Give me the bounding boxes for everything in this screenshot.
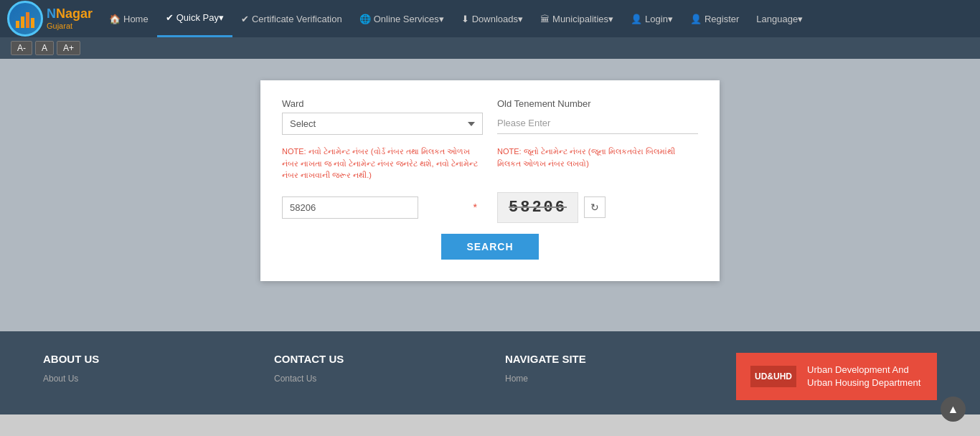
- new-tenement-group: *: [282, 196, 483, 219]
- nav-item-home[interactable]: 🏠Home: [100, 0, 157, 37]
- accessibility-bar: A- A A+: [0, 37, 980, 59]
- svg-rect-1: [21, 16, 24, 28]
- nav-item-quick-pay[interactable]: ✔Quick Pay ▾: [157, 0, 232, 37]
- svg-rect-0: [16, 21, 19, 28]
- ud-text: Urban Development And Urban Housing Depa…: [807, 364, 920, 389]
- contact-us-title: CONTACT US: [274, 353, 476, 365]
- logo-text: NNagar Gujarat: [47, 7, 93, 30]
- svg-rect-3: [31, 18, 34, 28]
- svg-rect-2: [26, 12, 29, 28]
- old-tenement-label: Old Tenement Number: [497, 98, 698, 109]
- nav-item-login[interactable]: 👤Login ▾: [622, 0, 682, 37]
- about-us-link[interactable]: About Us: [43, 374, 245, 384]
- download-icon: ⬇: [461, 14, 469, 24]
- footer: ABOUT US About Us CONTACT US Contact Us …: [0, 331, 980, 414]
- ward-group: Ward Select: [282, 98, 483, 135]
- logo[interactable]: NNagar Gujarat: [7, 1, 93, 37]
- old-tenement-group: Old Tenement Number: [497, 98, 698, 135]
- note-right: NOTE: જૂનો ટેનામેન્ટ નંબર (જૂના મિલકતવેર…: [497, 146, 698, 181]
- main-content: Ward Select Old Tenement Number NOTE: નવ…: [0, 59, 980, 331]
- navigate-site-home-link[interactable]: Home: [505, 374, 707, 384]
- required-asterisk: *: [473, 202, 477, 213]
- nav-menu: 🏠Home ✔Quick Pay ▾ ✔Certificate Verifica…: [100, 0, 973, 37]
- nav-item-language[interactable]: Language ▾: [748, 0, 811, 37]
- cert-icon: ✔: [241, 14, 249, 24]
- new-tenement-input[interactable]: [282, 196, 418, 219]
- navbar: NNagar Gujarat 🏠Home ✔Quick Pay ▾ ✔Certi…: [0, 0, 980, 37]
- font-normal-button[interactable]: A: [35, 41, 54, 55]
- municipality-icon: 🏛: [540, 14, 550, 24]
- form-card: Ward Select Old Tenement Number NOTE: નવ…: [260, 80, 720, 281]
- captcha-refresh-button[interactable]: ↻: [584, 196, 606, 218]
- contact-us-link[interactable]: Contact Us: [274, 374, 476, 384]
- ud-badge: UD&UHD: [750, 366, 796, 387]
- about-us-title: ABOUT US: [43, 353, 245, 365]
- captcha-image: 58206: [497, 192, 578, 223]
- footer-ud-block: UD&UHD Urban Development And Urban Housi…: [736, 353, 937, 400]
- captcha-group: 58206 ↻: [497, 192, 698, 223]
- note-left: NOTE: નવો ટેનામેન્ટ નંબર (વોર્ડ નંબર તથા…: [282, 146, 483, 181]
- nav-item-register[interactable]: 👤Register: [682, 0, 748, 37]
- search-button[interactable]: SEARCH: [441, 234, 538, 260]
- nav-item-online-services[interactable]: 🌐Online Services ▾: [351, 0, 453, 37]
- home-icon: 🏠: [109, 14, 121, 24]
- search-button-row: SEARCH: [282, 234, 698, 260]
- ward-tenement-row: Ward Select Old Tenement Number: [282, 98, 698, 135]
- footer-about-us: ABOUT US About Us: [43, 353, 245, 400]
- font-decrease-button[interactable]: A-: [11, 41, 32, 55]
- register-icon: 👤: [690, 14, 702, 24]
- login-icon: 👤: [631, 14, 642, 24]
- footer-navigate-site: NAVIGATE SITE Home: [505, 353, 707, 400]
- old-tenement-input[interactable]: [497, 113, 698, 134]
- quick-pay-icon: ✔: [166, 12, 174, 23]
- ward-label: Ward: [282, 98, 483, 109]
- logo-icon: [7, 1, 43, 37]
- navigate-site-title: NAVIGATE SITE: [505, 353, 707, 365]
- tenement-captcha-row: * 58206 ↻: [282, 192, 698, 223]
- globe-icon: 🌐: [359, 14, 371, 24]
- footer-contact-us: CONTACT US Contact Us: [274, 353, 476, 400]
- font-increase-button[interactable]: A+: [57, 41, 80, 55]
- ward-select[interactable]: Select: [282, 113, 483, 135]
- notes-row: NOTE: નવો ટેનામેન્ટ નંબર (વોર્ડ નંબર તથા…: [282, 146, 698, 181]
- nav-item-cert-verify[interactable]: ✔Certificate Verification: [232, 0, 351, 37]
- nav-item-downloads[interactable]: ⬇Downloads ▾: [453, 0, 532, 37]
- nav-item-municipalities[interactable]: 🏛Municipalities ▾: [532, 0, 622, 37]
